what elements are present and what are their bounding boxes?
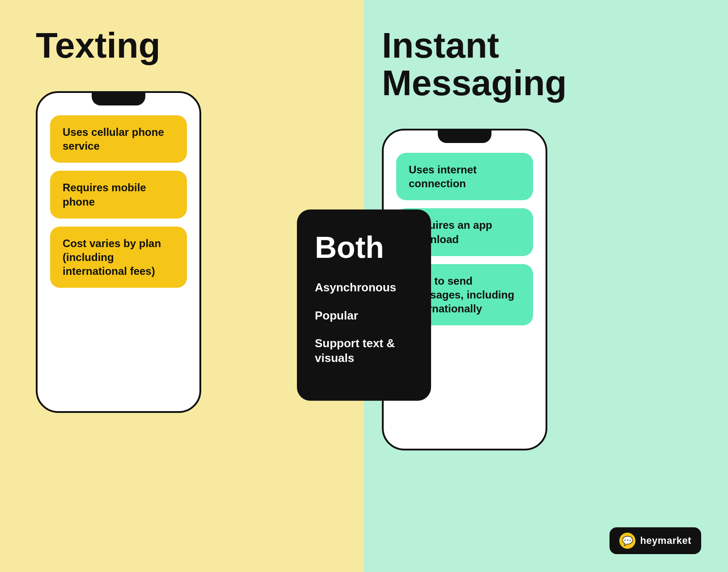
left-phone-notch: [92, 93, 145, 105]
center-card-item-1: Asynchronous: [315, 280, 413, 295]
logo-text: heymarket: [640, 535, 691, 547]
right-title: Instant Messaging: [382, 27, 692, 102]
center-card-item-3: Support text & visuals: [315, 336, 413, 365]
right-pill-1: Uses internet connection: [396, 153, 533, 200]
left-title: Texting: [36, 27, 161, 64]
left-pill-3: Cost varies by plan (including internati…: [50, 227, 187, 288]
center-card-title: Both: [315, 232, 413, 262]
logo-badge: heymarket: [609, 527, 701, 554]
left-phone-pills: Uses cellular phone service Requires mob…: [38, 115, 199, 288]
left-phone: Uses cellular phone service Requires mob…: [36, 91, 201, 413]
right-phone-notch: [438, 130, 491, 143]
center-card-item-2: Popular: [315, 308, 413, 323]
left-pill-2: Requires mobile phone: [50, 171, 187, 218]
left-phone-frame: Uses cellular phone service Requires mob…: [36, 91, 201, 413]
logo-icon: [619, 533, 635, 549]
left-pill-1: Uses cellular phone service: [50, 115, 187, 163]
center-card: Both Asynchronous Popular Support text &…: [297, 210, 431, 401]
